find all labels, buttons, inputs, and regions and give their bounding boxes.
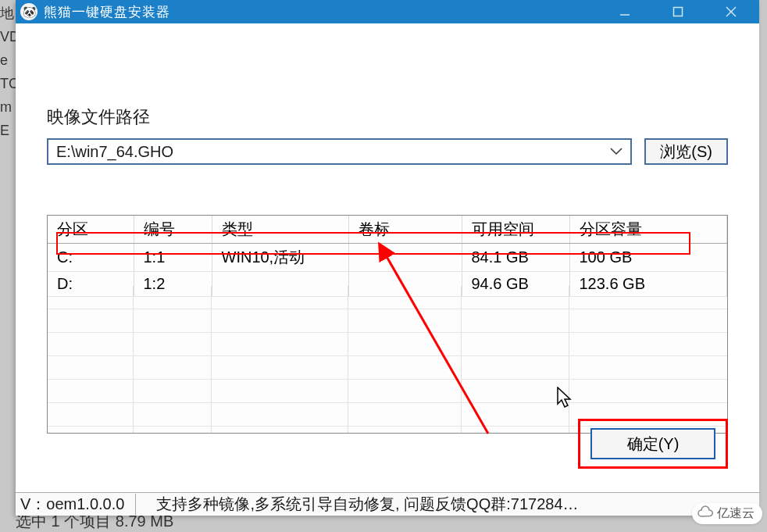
- col-capacity[interactable]: 分区容量: [569, 216, 727, 244]
- ok-button-label: 确定(Y): [627, 434, 680, 455]
- bg-frag: 地: [0, 2, 16, 25]
- minimize-button[interactable]: [609, 0, 640, 23]
- statusbar: V：oem1.0.0.0 支持多种镜像,多系统引导自动修复, 问题反馈QQ群:7…: [16, 492, 759, 516]
- image-path-combobox[interactable]: E:\win7_64.GHO: [47, 138, 632, 165]
- svg-marker-6: [558, 387, 570, 407]
- bg-frag: m: [0, 95, 16, 119]
- background-window-fragments: 地 VD e TC m E: [0, 0, 16, 532]
- cell-volume: [348, 244, 462, 272]
- cell-capacity: 100 GB: [569, 244, 727, 272]
- cell-type: WIN10,活动: [212, 244, 348, 272]
- ok-button[interactable]: 确定(Y): [590, 428, 715, 459]
- bg-frag: e: [0, 48, 16, 72]
- partition-table[interactable]: 分区 编号 类型 卷标 可用空间 分区容量 C: 1:1 WIN10,活动 8: [47, 215, 728, 434]
- cloud-icon: [697, 505, 714, 522]
- chevron-down-icon: [610, 145, 623, 158]
- cell-partition: C:: [48, 244, 134, 272]
- titlebar[interactable]: 🐼 熊猫一键硬盘安装器: [16, 0, 759, 23]
- bg-frag: VD: [0, 25, 16, 48]
- browse-button[interactable]: 浏览(S): [644, 138, 728, 165]
- col-number[interactable]: 编号: [134, 216, 212, 244]
- table-header-row: 分区 编号 类型 卷标 可用空间 分区容量: [48, 216, 727, 244]
- col-partition[interactable]: 分区: [48, 216, 134, 244]
- col-free[interactable]: 可用空间: [462, 216, 569, 244]
- col-type[interactable]: 类型: [212, 216, 348, 244]
- maximize-button[interactable]: [662, 0, 694, 23]
- col-volume[interactable]: 卷标: [348, 216, 462, 244]
- table-row[interactable]: C: 1:1 WIN10,活动 84.1 GB 100 GB: [48, 244, 727, 272]
- watermark: 亿速云: [692, 503, 762, 524]
- panda-icon: 🐼: [20, 3, 37, 20]
- installer-window: 🐼 熊猫一键硬盘安装器 映像文件路径 E:\win7_64.GHO: [16, 0, 759, 516]
- bg-frag: TC: [0, 72, 16, 95]
- status-message: 支持多种镜像,多系统引导自动修复, 问题反馈QQ群:717284…: [156, 494, 578, 515]
- annotation-highlight-ok: 确定(Y): [578, 419, 728, 469]
- cell-number: 1:1: [134, 244, 212, 272]
- version-text: V：oem1.0.0.0: [20, 494, 136, 515]
- bg-frag: E: [0, 119, 16, 142]
- watermark-text: 亿速云: [717, 505, 755, 522]
- cell-free: 84.1 GB: [462, 244, 569, 272]
- image-path-value: E:\win7_64.GHO: [56, 143, 173, 161]
- close-button[interactable]: [715, 0, 747, 23]
- svg-rect-1: [674, 8, 683, 16]
- window-title: 熊猫一键硬盘安装器: [44, 3, 609, 21]
- browse-button-label: 浏览(S): [660, 141, 712, 162]
- cursor-icon: [557, 387, 576, 410]
- image-path-label: 映像文件路径: [47, 105, 728, 129]
